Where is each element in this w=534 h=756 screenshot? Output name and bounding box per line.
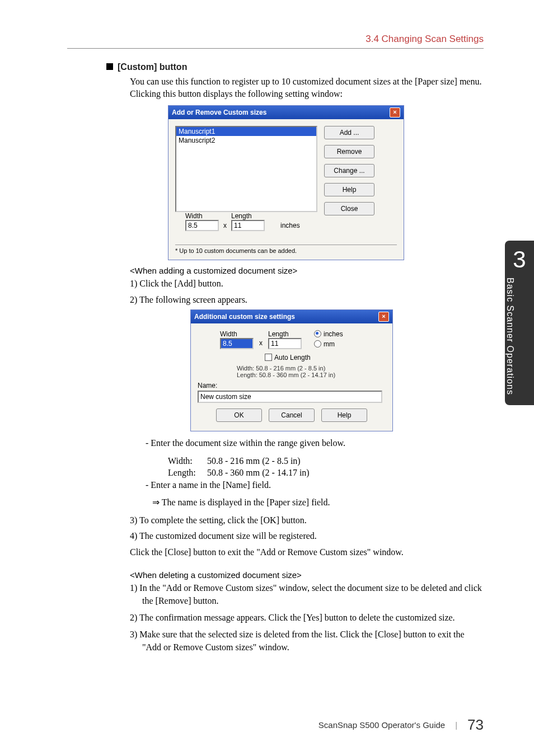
- deleting-step3: 3) Make sure that the selected size is d…: [130, 628, 484, 654]
- footer-separator: |: [455, 720, 457, 730]
- page-number: 73: [467, 716, 484, 734]
- width-label: Width: [185, 212, 219, 220]
- close-instruction: Click the [Close] button to exit the "Ad…: [130, 546, 484, 558]
- length-label: Length: [231, 212, 265, 220]
- chapter-label: Basic Scanner Operations: [505, 278, 515, 395]
- help-button[interactable]: Help: [321, 408, 367, 422]
- subsection-title-text: [Custom] button: [118, 62, 187, 72]
- adding-step1: 1) Click the [Add] button.: [130, 278, 484, 290]
- radio-inches[interactable]: [314, 330, 321, 337]
- size-listbox[interactable]: Manuscript1 Manuscript2: [175, 126, 317, 212]
- list-item[interactable]: Manuscript1: [176, 127, 316, 136]
- length-range-value: 50.8 - 360 mm (2 - 14.17 in): [207, 468, 310, 477]
- additional-settings-dialog: Additional custom size settings × Width …: [190, 309, 393, 431]
- subsection-title: [Custom] button: [106, 62, 484, 72]
- radio-mm[interactable]: [314, 340, 321, 348]
- adding-step3: 3) To complete the setting, click the [O…: [130, 514, 484, 527]
- cancel-button[interactable]: Cancel: [269, 408, 315, 422]
- adding-step4: 4) The customized document size will be …: [130, 530, 484, 542]
- add-remove-dialog: Add or Remove Custom sizes × Manuscript1…: [168, 105, 404, 260]
- auto-length-label: Auto Length: [274, 354, 311, 361]
- deleting-heading: <When deleting a customized document siz…: [130, 570, 484, 580]
- deleting-step1: 1) In the "Add or Remove Custom sizes" w…: [130, 582, 484, 607]
- range-intro: - Enter the document size within the ran…: [146, 437, 484, 449]
- adding-heading: <When adding a customized document size>: [130, 266, 484, 275]
- length-range-label: Length:: [168, 467, 207, 479]
- name-input[interactable]: [198, 391, 382, 403]
- close-icon[interactable]: ×: [390, 107, 400, 118]
- times-label: x: [223, 222, 227, 231]
- chapter-tab: 3 Basic Scanner Operations: [505, 241, 534, 405]
- bullet-square-icon: [106, 63, 113, 70]
- name-result: ⇒ The name is displayed in the [Paper si…: [152, 496, 484, 509]
- adding-step2: 2) The following screen appears.: [130, 294, 484, 306]
- length-input[interactable]: [268, 338, 302, 349]
- name-instruction: - Enter a name in the [Name] field.: [146, 479, 484, 491]
- width-range-label: Width:: [168, 455, 207, 467]
- width-range-value: 50.8 - 216 mm (2 - 8.5 in): [207, 456, 301, 466]
- page-footer: ScanSnap S500 Operator's Guide | 73: [318, 716, 484, 734]
- ok-button[interactable]: OK: [216, 408, 262, 422]
- dialog-title: Additional custom size settings: [194, 313, 295, 321]
- width-input[interactable]: [185, 220, 219, 231]
- intro-paragraph: You can use this function to register up…: [130, 76, 484, 100]
- guide-name: ScanSnap S500 Operator's Guide: [318, 720, 445, 730]
- help-button[interactable]: Help: [324, 183, 374, 196]
- dialog-footnote: * Up to 10 custom documents can be added…: [175, 245, 397, 260]
- remove-button[interactable]: Remove: [324, 145, 374, 158]
- unit-label: inches: [269, 222, 300, 231]
- auto-length-checkbox[interactable]: [265, 354, 272, 361]
- dialog-titlebar: Add or Remove Custom sizes ×: [168, 106, 404, 119]
- list-item[interactable]: Manuscript2: [176, 136, 316, 145]
- width-input[interactable]: [220, 338, 254, 349]
- unit-mm-label: mm: [324, 340, 335, 348]
- length-range-hint: Length: 50.8 - 360 mm (2 - 14.17 in): [237, 372, 386, 378]
- dialog-title: Add or Remove Custom sizes: [172, 109, 266, 116]
- close-icon[interactable]: ×: [378, 312, 389, 322]
- header-rule: [67, 48, 484, 49]
- times-label: x: [259, 330, 263, 347]
- dialog-titlebar: Additional custom size settings ×: [191, 310, 392, 323]
- length-label: Length: [268, 330, 302, 338]
- unit-inches-label: inches: [324, 330, 343, 338]
- close-button[interactable]: Close: [324, 202, 374, 215]
- width-range-hint: Width: 50.8 - 216 mm (2 - 8.5 in): [237, 365, 386, 372]
- change-button[interactable]: Change ...: [324, 164, 374, 177]
- add-button[interactable]: Add ...: [324, 126, 374, 139]
- chapter-number: 3: [505, 246, 534, 273]
- length-input[interactable]: [231, 220, 265, 231]
- section-header: 3.4 Changing Scan Settings: [67, 34, 484, 45]
- name-label: Name:: [198, 382, 386, 389]
- width-label: Width: [220, 330, 254, 338]
- deleting-step2: 2) The confirmation message appears. Cli…: [130, 612, 484, 624]
